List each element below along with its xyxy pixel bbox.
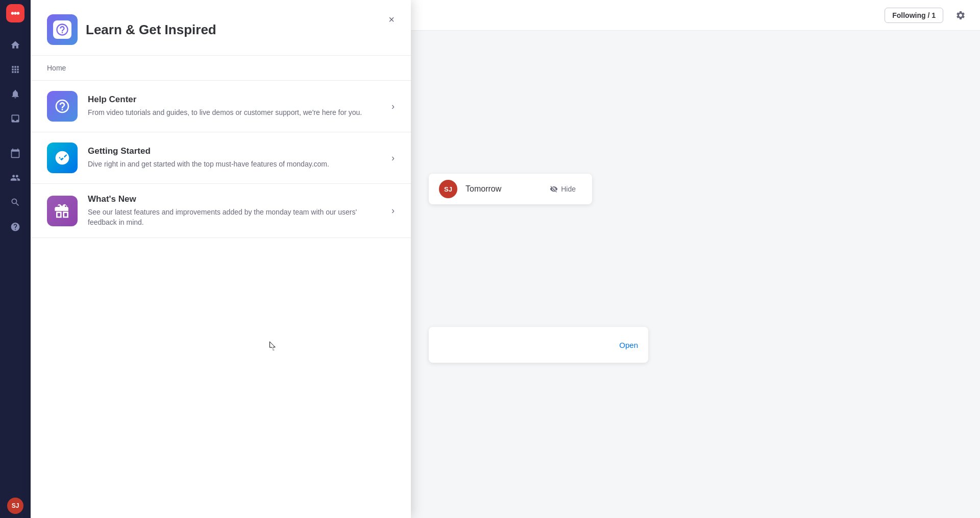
close-button[interactable]: ×: [382, 10, 401, 29]
breadcrumb: Home: [31, 56, 411, 81]
getting-started-text: Getting Started Dive right in and get st…: [88, 146, 381, 170]
help-center-icon: [47, 91, 78, 122]
whats-new-chevron: ›: [391, 205, 395, 216]
team-icon[interactable]: [5, 168, 26, 188]
following-button[interactable]: Following / 1: [885, 8, 943, 23]
search-icon[interactable]: [5, 192, 26, 213]
help-center-title: Help Center: [88, 95, 381, 105]
help-center-chevron: ›: [391, 101, 395, 112]
tomorrow-label: Tomorrow: [465, 184, 535, 194]
app-logo[interactable]: [6, 4, 24, 22]
getting-started-icon: [47, 143, 78, 173]
whats-new-text: What's New See our latest features and i…: [88, 194, 381, 227]
hide-label: Hide: [561, 185, 576, 193]
getting-started-item[interactable]: Getting Started Dive right in and get st…: [31, 132, 411, 184]
svg-point-0: [11, 12, 14, 15]
bell-icon[interactable]: [5, 84, 26, 104]
svg-point-1: [14, 12, 17, 15]
learn-logo: [47, 14, 78, 45]
inbox-icon[interactable]: [5, 108, 26, 129]
open-button[interactable]: Open: [619, 341, 638, 349]
help-center-desc: From video tutorials and guides, to live…: [88, 108, 381, 118]
tomorrow-avatar: SJ: [439, 180, 457, 198]
user-avatar[interactable]: SJ: [7, 498, 23, 514]
calendar-icon[interactable]: [5, 143, 26, 163]
open-card: Open: [429, 327, 648, 363]
main-content: 16 › Next week / 0 Following / 1 SJ Tomo…: [31, 0, 980, 518]
learn-title: Learn & Get Inspired: [86, 22, 216, 38]
learn-panel: × Learn & Get Inspired Home Help: [31, 0, 411, 518]
whats-new-title: What's New: [88, 194, 381, 204]
getting-started-title: Getting Started: [88, 146, 381, 156]
whats-new-icon: [47, 196, 78, 226]
svg-point-2: [17, 12, 20, 15]
sidebar: SJ: [0, 0, 31, 518]
apps-icon[interactable]: [5, 59, 26, 80]
tomorrow-card: SJ Tomorrow Hide: [429, 174, 592, 204]
learn-header: Learn & Get Inspired: [31, 0, 411, 56]
whats-new-desc: See our latest features and improvements…: [88, 207, 381, 227]
getting-started-chevron: ›: [391, 153, 395, 163]
help-center-text: Help Center From video tutorials and gui…: [88, 95, 381, 118]
home-icon[interactable]: [5, 35, 26, 55]
learn-logo-inner: [53, 20, 71, 39]
help-center-item[interactable]: Help Center From video tutorials and gui…: [31, 81, 411, 132]
settings-button[interactable]: [951, 6, 970, 25]
help-icon[interactable]: [5, 217, 26, 237]
hide-button[interactable]: Hide: [544, 182, 582, 196]
whats-new-item[interactable]: What's New See our latest features and i…: [31, 184, 411, 238]
getting-started-desc: Dive right in and get started with the t…: [88, 159, 381, 170]
